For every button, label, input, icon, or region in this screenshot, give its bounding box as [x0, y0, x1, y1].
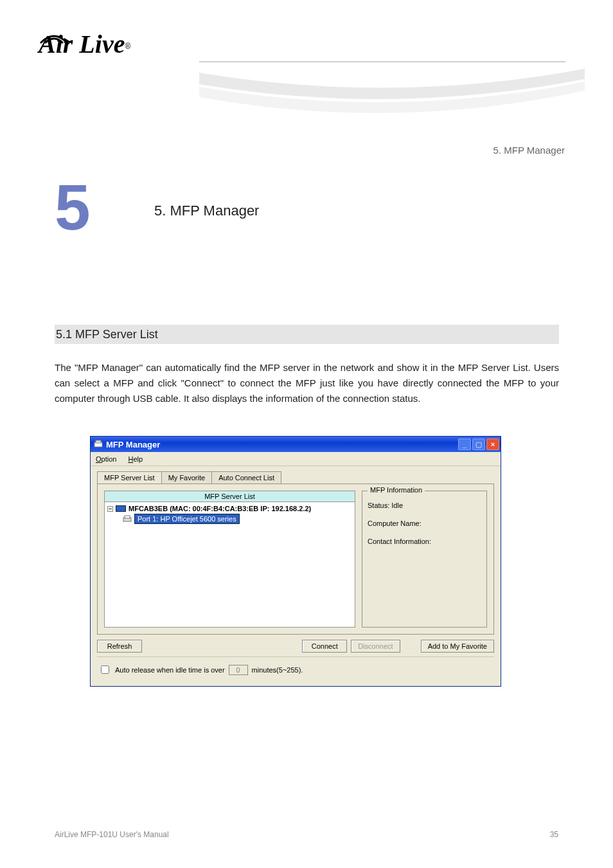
connect-button[interactable]: Connect	[302, 640, 347, 653]
info-legend: MFP Information	[368, 486, 425, 494]
running-header: 5. MFP Manager	[493, 145, 565, 156]
header-swoosh	[199, 61, 585, 125]
computer-name-line: Computer Name:	[368, 520, 481, 527]
tree-collapse-icon[interactable]: –	[107, 506, 113, 512]
auto-release-label1: Auto release when idle time is over	[115, 666, 225, 674]
port-label: Port 1: HP Officejet 5600 series	[134, 514, 240, 524]
svg-rect-1	[96, 440, 101, 443]
auto-release-row: Auto release when idle time is over minu…	[97, 661, 494, 680]
svg-rect-3	[125, 516, 130, 518]
tab-mfp-server-list[interactable]: MFP Server List	[97, 471, 162, 484]
menu-help[interactable]: Help	[128, 455, 143, 463]
tab-panel: MFP Server List – MFCAB3EB (MAC: 00:4F:B…	[97, 484, 494, 635]
window-titlebar[interactable]: MFP Manager _ ▢ ×	[91, 437, 501, 452]
body-paragraph: The "MFP Manager" can automatically find…	[55, 360, 559, 406]
section-title: 5.1 MFP Server List	[55, 325, 559, 344]
printer-icon	[123, 515, 132, 523]
chapter-number: 5	[55, 180, 109, 235]
list-header: MFP Server List	[104, 491, 355, 502]
footer-page-number: 35	[550, 830, 558, 839]
server-label: MFCAB3EB (MAC: 00:4F:B4:CA:B3:EB IP: 192…	[129, 505, 311, 512]
window-title: MFP Manager	[106, 440, 458, 449]
server-tree[interactable]: – MFCAB3EB (MAC: 00:4F:B4:CA:B3:EB IP: 1…	[104, 502, 355, 628]
registered-icon: ®	[125, 42, 130, 51]
close-button[interactable]: ×	[486, 439, 499, 450]
server-icon	[116, 505, 126, 512]
maximize-button[interactable]: ▢	[472, 439, 485, 450]
auto-release-checkbox[interactable]	[101, 665, 109, 674]
minimize-button[interactable]: _	[458, 439, 471, 450]
menu-bar: Option Help	[91, 452, 501, 466]
brand-logo: Air Live®	[39, 29, 130, 59]
tree-port-node[interactable]: Port 1: HP Officejet 5600 series	[123, 514, 352, 524]
contact-info-line: Contact Information:	[368, 538, 481, 545]
tab-row: MFP Server List My Favorite Auto Connect…	[97, 471, 494, 484]
mfp-information-panel: MFP Information Status: Idle Computer Na…	[362, 491, 487, 628]
tree-server-node[interactable]: – MFCAB3EB (MAC: 00:4F:B4:CA:B3:EB IP: 1…	[107, 505, 352, 512]
auto-release-label2: minutes(5~255).	[252, 666, 303, 674]
tab-my-favorite[interactable]: My Favorite	[161, 471, 212, 484]
refresh-button[interactable]: Refresh	[97, 640, 142, 653]
status-line: Status: Idle	[368, 502, 481, 509]
disconnect-button: Disconnect	[351, 640, 400, 653]
menu-option[interactable]: Option	[96, 455, 116, 463]
mfp-manager-window: MFP Manager _ ▢ × Option Help MFP Server…	[90, 436, 501, 687]
tab-auto-connect-list[interactable]: Auto Connect List	[211, 471, 281, 484]
footer-left: AirLive MFP-101U User's Manual	[55, 830, 169, 839]
app-icon	[93, 439, 103, 449]
chapter-title: 5. MFP Manager	[154, 203, 259, 219]
idle-minutes-input	[229, 665, 248, 675]
add-favorite-button[interactable]: Add to My Favorite	[421, 640, 494, 653]
wifi-arc-icon	[39, 28, 73, 47]
